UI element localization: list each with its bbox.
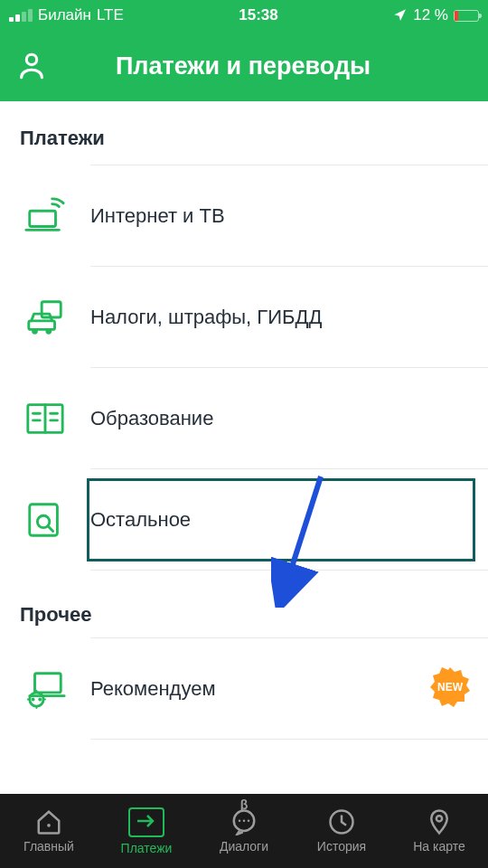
other-search-icon (20, 495, 70, 545)
status-right: 12 % (393, 6, 479, 24)
svg-line-14 (48, 526, 53, 532)
chat-icon (230, 808, 258, 835)
svg-point-18 (38, 698, 42, 702)
status-bar: Билайн LTE 15:38 12 % (0, 0, 488, 31)
new-badge: NEW (430, 667, 470, 711)
svg-rect-1 (30, 211, 56, 226)
tab-history[interactable]: История (293, 794, 390, 868)
page-title: Платежи и переводы (14, 52, 472, 80)
payments-row-internet-tv[interactable]: Интернет и ТВ (90, 165, 488, 267)
tab-home[interactable]: Главный (0, 794, 98, 868)
car-fines-icon (20, 292, 70, 343)
map-pin-icon (426, 808, 453, 835)
payments-icon (128, 807, 164, 837)
tab-map[interactable]: На карте (390, 794, 488, 868)
location-icon (393, 8, 408, 23)
other-row-recommend[interactable]: Рекомендуем NEW (90, 638, 488, 740)
tab-label: Платежи (121, 841, 173, 855)
svg-point-5 (47, 329, 51, 333)
other-list: Рекомендуем NEW (90, 637, 488, 740)
svg-text:NEW: NEW (437, 681, 464, 693)
payments-list: Интернет и ТВ Налоги, штрафы, ГИБДД Обра… (90, 165, 488, 571)
tab-bar: Главный Платежи β Диалоги История На кар… (0, 794, 488, 868)
payments-row-other[interactable]: Остальное (90, 469, 488, 571)
clock: 15:38 (239, 6, 277, 24)
svg-point-25 (243, 820, 246, 823)
battery-icon (454, 10, 479, 22)
row-label: Остальное (90, 508, 209, 532)
education-icon (20, 393, 70, 444)
home-icon (35, 808, 62, 835)
history-icon (328, 808, 355, 835)
row-label: Рекомендуем (90, 677, 234, 701)
internet-tv-icon (20, 191, 70, 241)
tab-label: Главный (23, 839, 74, 854)
svg-point-21 (47, 824, 51, 827)
svg-point-26 (248, 820, 250, 823)
svg-rect-15 (35, 674, 61, 693)
payments-row-taxes-fines[interactable]: Налоги, штрафы, ГИБДД (90, 267, 488, 368)
row-label: Образование (90, 407, 231, 430)
tab-label: История (317, 839, 366, 854)
tab-dialogs[interactable]: β Диалоги (195, 794, 293, 868)
content: Платежи Интернет и ТВ Налоги, штрафы, ГИ… (0, 101, 488, 794)
network-label: LTE (97, 6, 124, 24)
recommend-icon (20, 664, 70, 714)
beta-mark: β (240, 797, 249, 812)
svg-point-4 (33, 329, 37, 333)
svg-rect-3 (29, 321, 55, 330)
svg-point-17 (32, 698, 35, 702)
carrier-label: Билайн (38, 6, 91, 24)
status-left: Билайн LTE (9, 6, 124, 24)
signal-strength-icon (9, 9, 33, 22)
svg-point-28 (436, 816, 442, 821)
tab-payments[interactable]: Платежи (98, 794, 195, 868)
section-payments-title: Платежи (0, 101, 488, 161)
section-other-title: Прочее (0, 571, 488, 637)
tab-label: На карте (413, 839, 465, 854)
row-label: Налоги, штрафы, ГИБДД (90, 306, 340, 329)
row-label: Интернет и ТВ (90, 204, 243, 228)
svg-point-24 (239, 820, 241, 823)
payments-row-education[interactable]: Образование (90, 368, 488, 469)
app-header: Платежи и переводы (0, 31, 488, 101)
tab-label: Диалоги (220, 839, 268, 854)
battery-percent: 12 % (413, 6, 448, 24)
